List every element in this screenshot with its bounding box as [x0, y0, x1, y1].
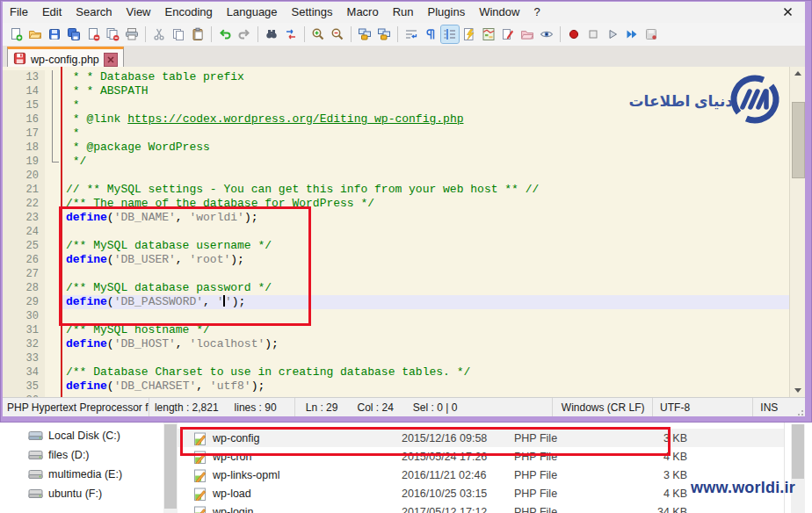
new-file-icon[interactable]	[7, 25, 25, 43]
file-name: wp-load	[213, 488, 402, 500]
sidebar-scrollbar[interactable]	[163, 423, 178, 513]
menu-item-file[interactable]: File	[3, 2, 35, 23]
zoom-out-icon[interactable]	[329, 25, 346, 43]
menu-item-search[interactable]: Search	[69, 2, 119, 23]
macro-record-icon[interactable]	[565, 25, 583, 43]
menu-item-macro[interactable]: Macro	[340, 2, 386, 23]
code-segment-str: 'DB_CHARSET'	[114, 379, 197, 393]
fold-margin	[45, 183, 59, 197]
explorer-scrollbar[interactable]	[791, 424, 805, 513]
code-text[interactable]: * @package WordPress	[59, 141, 790, 155]
toolbar	[3, 23, 805, 46]
menu-item-encoding[interactable]: Encoding	[158, 2, 220, 23]
undo-icon[interactable]	[216, 25, 234, 43]
drive-label: files (D:)	[48, 449, 90, 461]
code-segment-kw: define	[66, 337, 107, 350]
editor-vertical-scrollbar[interactable]	[789, 67, 805, 397]
scroll-up-button[interactable]	[790, 67, 805, 80]
code-text[interactable]: // ** MySQL settings - You can get this …	[59, 183, 790, 197]
file-explorer: Local Disk (C:)files (D:)multimedia (E:)…	[0, 423, 812, 513]
scrollbar-thumb[interactable]	[164, 424, 177, 509]
drive-item-multimediae[interactable]: multimedia (E:)	[0, 465, 163, 484]
scroll-down-button[interactable]	[790, 384, 805, 397]
code-text[interactable]: define('DB_HOST', 'localhost');	[59, 337, 790, 351]
menu-item-language[interactable]: Language	[220, 2, 285, 23]
status-encoding[interactable]: UTF-8	[653, 398, 753, 416]
code-segment-cm: /** Database Charset to use in creating …	[66, 365, 470, 379]
close-all-icon[interactable]	[104, 25, 121, 43]
menu-item-view[interactable]: View	[120, 2, 158, 23]
menu-item-edit[interactable]: Edit	[35, 2, 69, 23]
drive-item-localdiskc[interactable]: Local Disk (C:)	[0, 426, 163, 445]
toolbar-separator	[145, 26, 146, 42]
window-close-button[interactable]	[776, 6, 805, 19]
drive-label: multimedia (E:)	[48, 468, 122, 480]
code-text[interactable]: define('DB_CHARSET', 'utf8');	[59, 379, 790, 394]
menu-item-window[interactable]: Window	[472, 2, 526, 23]
cut-icon[interactable]	[150, 25, 168, 43]
zoom-in-icon[interactable]	[309, 25, 327, 43]
code-text[interactable]	[59, 169, 790, 183]
drive-icon	[28, 468, 43, 480]
macro-stop-icon[interactable]	[584, 25, 602, 43]
open-file-icon[interactable]	[26, 25, 44, 43]
drive-item-ubuntuf[interactable]: ubuntu (F:)	[0, 484, 163, 503]
code-editor[interactable]: 13 * * Database table prefix14 * * ABSPA…	[3, 67, 805, 397]
status-doc-metrics: length : 2,821 lines : 90	[149, 398, 295, 416]
macro-save-icon[interactable]	[642, 25, 660, 43]
document-map-icon[interactable]	[480, 25, 497, 43]
close-file-icon[interactable]	[84, 25, 102, 43]
word-wrap-icon[interactable]	[402, 25, 420, 43]
menu-item-plugins[interactable]: Plugins	[421, 2, 473, 23]
function-list-icon[interactable]	[460, 25, 478, 43]
save-icon[interactable]	[46, 25, 63, 43]
find-icon[interactable]	[263, 25, 280, 43]
replace-icon[interactable]	[282, 25, 300, 43]
site-url-watermark: www.worldi.ir	[691, 479, 795, 497]
paste-icon[interactable]	[189, 25, 207, 43]
toolbar-separator	[397, 26, 398, 42]
tab-close-button[interactable]	[104, 53, 118, 67]
print-icon[interactable]	[123, 25, 141, 43]
folder-as-workspace-icon[interactable]	[518, 25, 536, 43]
menu-item-run[interactable]: Run	[386, 2, 421, 23]
line-number: 19	[3, 155, 45, 169]
indent-guide-icon[interactable]	[441, 25, 459, 43]
code-text[interactable]: /** Database Charset to use in creating …	[59, 365, 790, 379]
scrollbar-thumb[interactable]	[792, 102, 805, 178]
annotation-rectangle-file	[180, 427, 671, 456]
watermark-logo: دنیای اطلاعات	[628, 72, 782, 130]
line-number: 15	[3, 98, 45, 112]
code-text[interactable]	[59, 351, 790, 365]
line-number: 27	[3, 267, 45, 281]
menu-item-help[interactable]: ?	[526, 2, 547, 23]
code-line: 21// ** MySQL settings - You can get thi…	[3, 183, 790, 197]
copy-icon[interactable]	[170, 25, 187, 43]
macro-play-icon[interactable]	[604, 25, 621, 43]
status-line-number: Ln : 29	[306, 401, 338, 414]
resize-grip[interactable]	[793, 405, 805, 416]
sync-scroll-horizontal-icon[interactable]	[375, 25, 393, 43]
drive-item-filesd[interactable]: files (D:)	[0, 445, 163, 465]
fold-margin	[45, 267, 59, 281]
file-monitoring-icon[interactable]	[538, 25, 555, 43]
line-number: 34	[3, 365, 45, 379]
unsaved-file-icon	[13, 52, 26, 68]
status-insert-mode[interactable]: INS	[753, 398, 793, 416]
menu-item-settings[interactable]: Settings	[285, 2, 340, 23]
php-file-icon	[193, 505, 207, 513]
save-all-icon[interactable]	[65, 25, 83, 43]
fold-margin	[45, 365, 59, 379]
status-eol-format[interactable]: Windows (CR LF)	[553, 398, 653, 416]
show-all-characters-icon[interactable]	[422, 25, 439, 43]
file-type: PHP File	[514, 469, 615, 481]
code-line: 33	[3, 351, 790, 365]
macro-run-multiple-icon[interactable]	[623, 25, 641, 43]
file-row-wp-login[interactable]: wp-login2017/05/12 17:12PHP File34 KB	[178, 502, 784, 513]
document-switcher-icon[interactable]	[499, 25, 517, 43]
code-segment-cm: // ** MySQL settings - You can get this …	[66, 183, 539, 196]
code-text[interactable]: */	[59, 155, 790, 169]
scrollbar-thumb[interactable]	[792, 424, 804, 479]
sync-scroll-vertical-icon[interactable]	[356, 25, 373, 43]
redo-icon[interactable]	[236, 25, 253, 43]
